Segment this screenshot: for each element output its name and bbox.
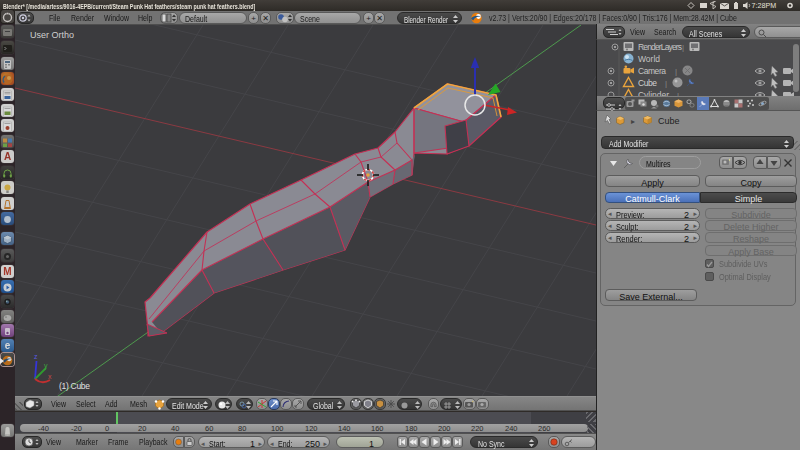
svg-text:Cube: Cube <box>638 78 657 88</box>
svg-text:|: | <box>675 67 677 76</box>
svg-text:RenderLayers: RenderLayers <box>638 42 682 52</box>
svg-text:Cube: Cube <box>658 116 680 126</box>
svg-text:x: x <box>48 373 52 380</box>
svg-text:Camera: Camera <box>638 66 666 76</box>
svg-text:▸: ▸ <box>631 117 635 126</box>
svg-text:7:28PM: 7:28PM <box>752 1 777 10</box>
svg-text:y: y <box>44 362 48 370</box>
svg-text:z: z <box>34 353 38 360</box>
svg-text:User Ortho: User Ortho <box>30 30 74 40</box>
svg-text:|: | <box>665 79 667 88</box>
svg-text:|: | <box>682 43 684 52</box>
svg-text:World: World <box>638 54 660 64</box>
svg-text:(1) Cube: (1) Cube <box>59 381 90 391</box>
